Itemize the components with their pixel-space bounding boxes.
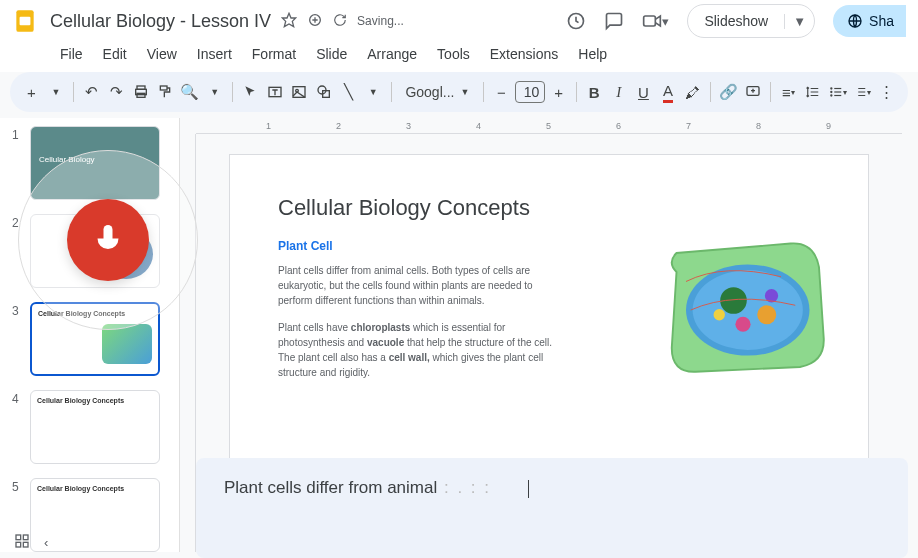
paint-format-button[interactable] bbox=[154, 78, 177, 106]
slide-number: 1 bbox=[12, 126, 22, 200]
save-status: Saving... bbox=[357, 14, 404, 28]
svg-rect-20 bbox=[834, 88, 841, 89]
slide-paragraph-1[interactable]: Plant cells differ from animal cells. Bo… bbox=[278, 263, 558, 308]
slide-number: 3 bbox=[12, 302, 22, 376]
horizontal-ruler: 1 2 3 4 5 6 7 8 9 bbox=[196, 118, 902, 134]
numbered-list-button[interactable]: ▾ bbox=[851, 78, 874, 106]
svg-point-28 bbox=[714, 309, 725, 320]
menubar: File Edit View Insert Format Slide Arran… bbox=[0, 42, 918, 72]
menu-arrange[interactable]: Arrange bbox=[359, 42, 425, 66]
titlebar: Cellular Biology - Lesson IV Saving... ▾… bbox=[0, 0, 918, 42]
line-tool[interactable]: ╲ bbox=[337, 78, 360, 106]
menu-extensions[interactable]: Extensions bbox=[482, 42, 566, 66]
menu-insert[interactable]: Insert bbox=[189, 42, 240, 66]
line-spacing-button[interactable] bbox=[802, 78, 825, 106]
redo-button[interactable]: ↷ bbox=[105, 78, 128, 106]
text-cursor bbox=[528, 480, 529, 498]
star-icon[interactable] bbox=[281, 12, 297, 31]
shape-tool[interactable] bbox=[313, 78, 336, 106]
italic-button[interactable]: I bbox=[608, 78, 631, 106]
slide-number: 4 bbox=[12, 390, 22, 464]
plant-cell-image[interactable] bbox=[648, 215, 838, 405]
svg-marker-2 bbox=[282, 13, 295, 26]
svg-rect-9 bbox=[137, 93, 145, 97]
svg-point-19 bbox=[830, 94, 832, 96]
slides-logo[interactable] bbox=[12, 8, 38, 34]
more-options-button[interactable]: ⋮ bbox=[876, 78, 899, 106]
highlight-button[interactable]: 🖍 bbox=[681, 78, 704, 106]
zoom-dropdown[interactable]: ▼ bbox=[203, 78, 226, 106]
grid-view-icon[interactable] bbox=[14, 533, 30, 552]
document-title[interactable]: Cellular Biology - Lesson IV bbox=[50, 11, 271, 32]
svg-rect-1 bbox=[20, 17, 31, 26]
zoom-button[interactable]: 🔍 bbox=[179, 78, 202, 106]
toolbar: + ▼ ↶ ↷ 🔍 ▼ ╲ ▼ Googl...▼ − 10 + B I U A… bbox=[10, 72, 908, 112]
menu-edit[interactable]: Edit bbox=[95, 42, 135, 66]
svg-point-26 bbox=[757, 305, 776, 324]
bottom-bar: ‹ bbox=[0, 526, 62, 558]
font-size-minus[interactable]: − bbox=[490, 78, 513, 106]
svg-rect-30 bbox=[16, 535, 21, 540]
share-label: Sha bbox=[869, 13, 894, 29]
select-tool[interactable] bbox=[239, 78, 262, 106]
svg-point-27 bbox=[735, 317, 750, 332]
menu-file[interactable]: File bbox=[52, 42, 91, 66]
video-icon[interactable]: ▾ bbox=[642, 11, 669, 31]
slide-thumbnail-4[interactable] bbox=[30, 390, 160, 464]
svg-rect-22 bbox=[834, 95, 841, 96]
comment-icon[interactable] bbox=[604, 11, 624, 31]
slideshow-button[interactable]: Slideshow ▼ bbox=[687, 4, 815, 38]
svg-rect-33 bbox=[23, 542, 28, 547]
menu-help[interactable]: Help bbox=[570, 42, 615, 66]
refresh-icon[interactable] bbox=[333, 13, 347, 30]
voice-input-overlay bbox=[18, 150, 198, 330]
svg-rect-32 bbox=[16, 542, 21, 547]
menu-tools[interactable]: Tools bbox=[429, 42, 478, 66]
svg-rect-21 bbox=[834, 91, 841, 92]
svg-rect-10 bbox=[161, 86, 168, 90]
svg-point-18 bbox=[830, 91, 832, 93]
menu-view[interactable]: View bbox=[139, 42, 185, 66]
new-slide-dropdown[interactable]: ▼ bbox=[45, 78, 68, 106]
microphone-button[interactable] bbox=[67, 199, 149, 281]
bold-button[interactable]: B bbox=[583, 78, 606, 106]
image-tool[interactable] bbox=[288, 78, 311, 106]
underline-button[interactable]: U bbox=[632, 78, 655, 106]
slideshow-label: Slideshow bbox=[688, 13, 784, 29]
slideshow-dropdown-icon[interactable]: ▼ bbox=[784, 14, 814, 29]
print-button[interactable] bbox=[129, 78, 152, 106]
font-size-plus[interactable]: + bbox=[547, 78, 570, 106]
move-icon[interactable] bbox=[307, 12, 323, 31]
share-button[interactable]: Sha bbox=[833, 5, 906, 37]
collapse-icon[interactable]: ‹ bbox=[44, 535, 48, 550]
font-size-input[interactable]: 10 bbox=[515, 81, 546, 103]
bullet-list-button[interactable]: ▾ bbox=[826, 78, 849, 106]
menu-format[interactable]: Format bbox=[244, 42, 304, 66]
svg-rect-5 bbox=[644, 16, 656, 26]
textbox-tool[interactable] bbox=[263, 78, 286, 106]
dictation-dots: : . : : bbox=[437, 478, 498, 497]
svg-point-24 bbox=[693, 270, 803, 350]
notes-text: Plant cells differ from animal bbox=[224, 478, 437, 497]
align-button[interactable]: ≡▾ bbox=[777, 78, 800, 106]
menu-slide[interactable]: Slide bbox=[308, 42, 355, 66]
svg-point-17 bbox=[830, 87, 832, 89]
slide-paragraph-2[interactable]: Plant cells have chloroplasts which is e… bbox=[278, 320, 558, 380]
slide-canvas[interactable]: Cellular Biology Concepts Plant Cell Pla… bbox=[229, 154, 869, 470]
speaker-notes[interactable]: Plant cells differ from animal : . : : bbox=[196, 458, 908, 558]
new-slide-button[interactable]: + bbox=[20, 78, 43, 106]
font-selector[interactable]: Googl...▼ bbox=[397, 84, 477, 100]
undo-button[interactable]: ↶ bbox=[80, 78, 103, 106]
history-icon[interactable] bbox=[566, 11, 586, 31]
svg-rect-31 bbox=[23, 535, 28, 540]
text-color-button[interactable]: A bbox=[657, 78, 680, 106]
line-dropdown[interactable]: ▼ bbox=[362, 78, 385, 106]
link-button[interactable]: 🔗 bbox=[717, 78, 740, 106]
add-comment-button[interactable] bbox=[742, 78, 765, 106]
